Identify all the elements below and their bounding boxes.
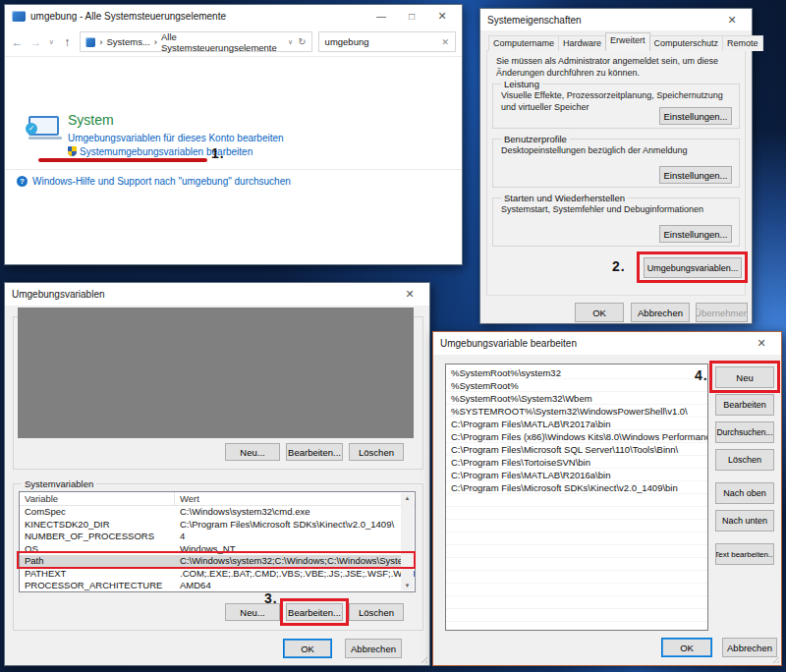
minimize-icon[interactable]: — <box>368 11 394 22</box>
forward-icon[interactable]: → <box>29 35 42 49</box>
path-entries-list[interactable]: %SystemRoot%\system32 %SystemRoot% %Syst… <box>445 364 708 631</box>
close-icon[interactable]: ✕ <box>429 10 455 23</box>
list-item[interactable]: %SystemRoot%\System32\Wbem <box>446 392 707 405</box>
table-row[interactable]: NUMBER_OF_PROCESSORS4 <box>20 531 415 543</box>
move-up-button[interactable]: Nach oben <box>715 482 774 504</box>
var-value: .COM;.EXE;.BAT;.CMD;.VBS;.VBE;.JS;.JSE;.… <box>175 568 415 581</box>
window-title: Umgebungsvariablen <box>12 289 392 300</box>
close-icon[interactable]: ✕ <box>397 288 422 301</box>
scroll-up-icon[interactable]: ▲ <box>405 493 411 503</box>
search-value: umgebung <box>325 36 369 47</box>
breadcrumb-item-system[interactable]: Systems... <box>107 36 150 47</box>
breadcrumb-item-all-items[interactable]: Alle Systemsteuerungselemente <box>161 31 279 53</box>
list-item[interactable]: C:\Program Files (x86)\Windows Kits\8.0\… <box>446 430 707 443</box>
table-row[interactable]: PROCESSOR_ARCHITECTUREAMD64 <box>20 580 415 592</box>
address-bar[interactable]: › Systems... › Alle Systemsteuerungselem… <box>80 31 312 52</box>
list-item-empty <box>446 558 707 571</box>
result-heading-system[interactable]: System <box>68 112 114 128</box>
column-header-variable[interactable]: Variable <box>20 492 175 505</box>
annotation-box-step3 <box>280 598 349 626</box>
settings-button-leistung[interactable]: Einstellungen... <box>659 107 732 125</box>
group-label: Benutzerprofile <box>501 134 570 144</box>
browse-button[interactable]: Durchsuchen... <box>715 421 774 443</box>
link-edit-user-env-vars[interactable]: Umgebungsvariablen für dieses Konto bear… <box>68 133 284 143</box>
tab-remote[interactable]: Remote <box>722 35 763 51</box>
list-item[interactable]: C:\Program Files\MATLAB\R2016a\bin <box>446 469 707 481</box>
tab-erweitert[interactable]: Erweitert <box>605 32 650 51</box>
annotation-step-2: 2. <box>612 258 626 274</box>
list-item[interactable]: C:\Program Files\MATLAB\R2017a\bin <box>446 418 707 430</box>
censored-user-variables-block <box>18 308 414 438</box>
check-badge-icon: ✓ <box>26 123 37 135</box>
annotation-underline-step1 <box>38 158 207 162</box>
close-icon[interactable]: ✕ <box>749 337 774 350</box>
ok-button[interactable]: OK <box>661 638 712 657</box>
delete-button[interactable]: Löschen <box>715 449 774 471</box>
list-item[interactable]: C:\Program Files\Microsoft SDKs\Kinect\v… <box>446 481 707 494</box>
settings-button-benutzerprofile[interactable]: Einstellungen... <box>659 166 732 184</box>
link-search-help[interactable]: Windows-Hilfe und Support nach "umgebung… <box>32 176 291 187</box>
cancel-button[interactable]: Abbrechen <box>631 303 690 322</box>
annotation-box-step4 <box>709 361 780 393</box>
maximize-icon[interactable]: □ <box>399 11 424 22</box>
var-value: AMD64 <box>175 580 415 592</box>
history-chevron-icon[interactable]: ∨ <box>48 38 55 46</box>
tab-hardware[interactable]: Hardware <box>558 35 606 51</box>
ok-button[interactable]: OK <box>283 639 332 658</box>
title-bar[interactable]: Systemeigenschaften ✕ <box>480 9 752 30</box>
move-down-button[interactable]: Nach unten <box>715 510 774 532</box>
list-item[interactable]: %SystemRoot% <box>446 379 707 392</box>
user-delete-button[interactable]: Löschen <box>349 443 404 461</box>
var-name: ComSpec <box>20 506 175 519</box>
admin-notice-text: Sie müssen als Administrator angemeldet … <box>496 56 736 79</box>
tab-computername[interactable]: Computername <box>488 35 559 51</box>
cancel-button[interactable]: Abbrechen <box>722 638 777 657</box>
column-header-wert[interactable]: Wert <box>175 492 415 505</box>
refresh-icon[interactable]: ↻ <box>298 36 306 47</box>
search-input[interactable]: umgebung ✕ <box>318 31 456 52</box>
table-header: Variable Wert <box>20 492 415 506</box>
apply-button[interactable]: Übernehmen <box>696 303 748 322</box>
list-item[interactable]: %SYSTEMROOT%\System32\WindowsPowerShell\… <box>446 405 707 418</box>
title-bar[interactable]: Umgebungsvariable bearbeiten ✕ <box>433 332 781 355</box>
scroll-down-icon[interactable]: ▼ <box>405 581 411 590</box>
edit-text-button[interactable]: Text bearbeiten... <box>715 543 774 565</box>
search-clear-icon[interactable]: ✕ <box>441 37 449 47</box>
user-new-button[interactable]: Neu... <box>225 443 280 461</box>
list-item[interactable]: %SystemRoot%\system32 <box>446 366 707 379</box>
table-row[interactable]: ComSpecC:\Windows\system32\cmd.exe <box>20 506 415 519</box>
table-scrollbar[interactable]: ▲ ▼ <box>401 493 414 590</box>
var-name: PROCESSOR_ARCHITECTURE <box>20 580 175 592</box>
back-icon[interactable]: ← <box>11 35 24 49</box>
close-icon[interactable]: ✕ <box>719 14 745 27</box>
list-item[interactable]: C:\Program Files\TortoiseSVN\bin <box>446 456 707 469</box>
settings-button-starten[interactable]: Einstellungen... <box>659 225 732 243</box>
up-icon[interactable]: ↑ <box>61 35 74 49</box>
resize-grip[interactable] <box>419 654 427 663</box>
list-item[interactable]: C:\Program Files\Microsoft SQL Server\11… <box>446 443 707 456</box>
window-title: Systemeigenschaften <box>487 15 714 26</box>
table-row[interactable]: PATHEXT.COM;.EXE;.BAT;.CMD;.VBS;.VBE;.JS… <box>20 568 415 581</box>
title-bar[interactable]: Umgebungsvariablen ✕ <box>5 283 429 306</box>
annotation-box-path-row <box>17 551 416 569</box>
edit-button[interactable]: Bearbeiten <box>715 394 774 416</box>
window-system-properties: Systemeigenschaften ✕ Computername Hardw… <box>479 8 753 324</box>
list-item-empty <box>446 494 707 507</box>
group-description: Desktopeinstellungen bezüglich der Anmel… <box>501 145 733 157</box>
system-icon-base <box>28 137 62 140</box>
user-edit-button[interactable]: Bearbeiten... <box>286 443 343 461</box>
title-bar[interactable]: umgebung - Alle Systemsteuerungselemente… <box>5 5 462 28</box>
group-label: Leistung <box>501 79 542 89</box>
desktop: umgebung - Alle Systemsteuerungselemente… <box>0 0 786 672</box>
group-description: Systemstart, Systemfehler und Debuginfor… <box>501 204 733 216</box>
var-name: PATHEXT <box>20 568 175 581</box>
var-value: C:\Program Files\Microsoft SDKs\Kinect\v… <box>175 519 415 532</box>
cancel-button[interactable]: Abbrechen <box>345 639 402 658</box>
address-dropdown-icon[interactable]: ∨ <box>287 38 294 46</box>
system-variables-table[interactable]: Variable Wert ComSpecC:\Windows\system32… <box>19 491 416 592</box>
ok-button[interactable]: OK <box>575 303 624 322</box>
table-row[interactable]: KINECTSDK20_DIRC:\Program Files\Microsof… <box>20 519 415 532</box>
system-delete-button[interactable]: Löschen <box>349 603 404 621</box>
link-edit-system-env-vars[interactable]: Systemumgebungsvariablen bearbeiten <box>80 146 253 157</box>
tab-computerschutz[interactable]: Computerschutz <box>649 35 724 51</box>
